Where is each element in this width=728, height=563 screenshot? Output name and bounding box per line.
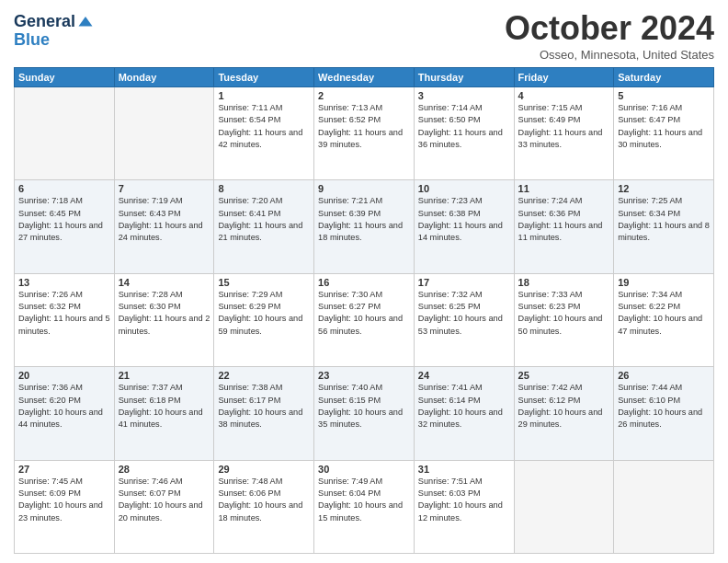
day-info: Sunrise: 7:38 AM Sunset: 6:17 PM Dayligh…: [218, 382, 310, 431]
calendar-cell: 21Sunrise: 7:37 AM Sunset: 6:18 PM Dayli…: [114, 367, 214, 460]
calendar-cell: 12Sunrise: 7:25 AM Sunset: 6:34 PM Dayli…: [614, 180, 714, 273]
page: General Blue October 2024 Osseo, Minneso…: [0, 0, 728, 563]
logo-text-general: General: [14, 13, 75, 31]
calendar-cell: 5Sunrise: 7:16 AM Sunset: 6:47 PM Daylig…: [614, 87, 714, 180]
day-number: 7: [119, 183, 210, 194]
day-number: 19: [618, 277, 710, 288]
day-info: Sunrise: 7:24 AM Sunset: 6:36 PM Dayligh…: [518, 195, 610, 244]
calendar-week-1: 1Sunrise: 7:11 AM Sunset: 6:54 PM Daylig…: [15, 87, 714, 180]
day-number: 5: [618, 90, 710, 101]
calendar-cell: [114, 87, 214, 180]
day-info: Sunrise: 7:45 AM Sunset: 6:09 PM Dayligh…: [18, 476, 110, 524]
calendar-cell: 19Sunrise: 7:34 AM Sunset: 6:22 PM Dayli…: [614, 273, 714, 366]
day-number: 20: [18, 370, 110, 381]
calendar-cell: 23Sunrise: 7:40 AM Sunset: 6:15 PM Dayli…: [314, 367, 415, 460]
day-info: Sunrise: 7:34 AM Sunset: 6:22 PM Dayligh…: [618, 289, 710, 338]
calendar-cell: [614, 460, 714, 553]
day-number: 10: [418, 183, 510, 194]
weekday-header-thursday: Thursday: [414, 68, 514, 87]
day-number: 6: [18, 183, 110, 194]
day-info: Sunrise: 7:18 AM Sunset: 6:45 PM Dayligh…: [18, 195, 110, 244]
day-number: 1: [218, 90, 310, 101]
svg-marker-0: [79, 17, 93, 27]
day-number: 27: [18, 464, 110, 475]
day-number: 16: [318, 277, 410, 288]
calendar-cell: 27Sunrise: 7:45 AM Sunset: 6:09 PM Dayli…: [15, 460, 115, 553]
calendar-cell: 2Sunrise: 7:13 AM Sunset: 6:52 PM Daylig…: [314, 87, 415, 180]
day-info: Sunrise: 7:14 AM Sunset: 6:50 PM Dayligh…: [418, 102, 510, 151]
month-title: October 2024: [505, 9, 714, 48]
day-number: 11: [518, 183, 610, 194]
day-info: Sunrise: 7:19 AM Sunset: 6:43 PM Dayligh…: [119, 195, 210, 244]
day-number: 24: [418, 370, 510, 381]
calendar-cell: 6Sunrise: 7:18 AM Sunset: 6:45 PM Daylig…: [15, 180, 115, 273]
day-info: Sunrise: 7:26 AM Sunset: 6:32 PM Dayligh…: [18, 289, 110, 338]
day-info: Sunrise: 7:21 AM Sunset: 6:39 PM Dayligh…: [318, 195, 410, 244]
day-number: 18: [518, 277, 610, 288]
day-number: 17: [418, 277, 510, 288]
calendar-cell: 1Sunrise: 7:11 AM Sunset: 6:54 PM Daylig…: [214, 87, 314, 180]
calendar-cell: 3Sunrise: 7:14 AM Sunset: 6:50 PM Daylig…: [414, 87, 514, 180]
day-info: Sunrise: 7:36 AM Sunset: 6:20 PM Dayligh…: [18, 382, 110, 431]
day-number: 30: [318, 464, 410, 475]
weekday-header-saturday: Saturday: [614, 68, 714, 87]
day-number: 8: [218, 183, 310, 194]
day-number: 4: [518, 90, 610, 101]
day-number: 15: [218, 277, 310, 288]
calendar-cell: 8Sunrise: 7:20 AM Sunset: 6:41 PM Daylig…: [214, 180, 314, 273]
calendar-cell: 29Sunrise: 7:48 AM Sunset: 6:06 PM Dayli…: [214, 460, 314, 553]
calendar-cell: 18Sunrise: 7:33 AM Sunset: 6:23 PM Dayli…: [514, 273, 614, 366]
day-number: 31: [418, 464, 510, 475]
day-info: Sunrise: 7:51 AM Sunset: 6:03 PM Dayligh…: [418, 476, 510, 524]
day-number: 9: [318, 183, 410, 194]
day-number: 22: [218, 370, 310, 381]
day-info: Sunrise: 7:40 AM Sunset: 6:15 PM Dayligh…: [318, 382, 410, 431]
day-number: 14: [119, 277, 210, 288]
calendar-cell: [514, 460, 614, 553]
logo-icon: [77, 14, 94, 30]
logo: General Blue: [14, 13, 94, 50]
calendar-cell: 25Sunrise: 7:42 AM Sunset: 6:12 PM Dayli…: [514, 367, 614, 460]
calendar-week-3: 13Sunrise: 7:26 AM Sunset: 6:32 PM Dayli…: [15, 273, 714, 366]
day-info: Sunrise: 7:48 AM Sunset: 6:06 PM Dayligh…: [218, 476, 310, 524]
logo-text-blue: Blue: [14, 31, 50, 50]
day-info: Sunrise: 7:28 AM Sunset: 6:30 PM Dayligh…: [119, 289, 210, 338]
day-info: Sunrise: 7:33 AM Sunset: 6:23 PM Dayligh…: [518, 289, 610, 338]
day-info: Sunrise: 7:16 AM Sunset: 6:47 PM Dayligh…: [618, 102, 710, 151]
day-info: Sunrise: 7:41 AM Sunset: 6:14 PM Dayligh…: [418, 382, 510, 431]
day-info: Sunrise: 7:13 AM Sunset: 6:52 PM Dayligh…: [318, 102, 410, 151]
day-number: 13: [18, 277, 110, 288]
title-block: October 2024 Osseo, Minnesota, United St…: [505, 9, 714, 62]
calendar-cell: 30Sunrise: 7:49 AM Sunset: 6:04 PM Dayli…: [314, 460, 415, 553]
calendar-table: SundayMondayTuesdayWednesdayThursdayFrid…: [14, 67, 714, 554]
day-number: 2: [318, 90, 410, 101]
day-number: 28: [119, 464, 210, 475]
day-info: Sunrise: 7:37 AM Sunset: 6:18 PM Dayligh…: [119, 382, 210, 431]
calendar-cell: 11Sunrise: 7:24 AM Sunset: 6:36 PM Dayli…: [514, 180, 614, 273]
calendar-cell: 14Sunrise: 7:28 AM Sunset: 6:30 PM Dayli…: [114, 273, 214, 366]
day-number: 29: [218, 464, 310, 475]
weekday-header-sunday: Sunday: [15, 68, 115, 87]
day-info: Sunrise: 7:11 AM Sunset: 6:54 PM Dayligh…: [218, 102, 310, 151]
day-number: 26: [618, 370, 710, 381]
calendar-cell: 13Sunrise: 7:26 AM Sunset: 6:32 PM Dayli…: [15, 273, 115, 366]
location: Osseo, Minnesota, United States: [505, 48, 714, 62]
calendar-cell: 9Sunrise: 7:21 AM Sunset: 6:39 PM Daylig…: [314, 180, 415, 273]
day-info: Sunrise: 7:25 AM Sunset: 6:34 PM Dayligh…: [618, 195, 710, 244]
day-info: Sunrise: 7:49 AM Sunset: 6:04 PM Dayligh…: [318, 476, 410, 524]
day-info: Sunrise: 7:32 AM Sunset: 6:25 PM Dayligh…: [418, 289, 510, 338]
weekday-header-friday: Friday: [514, 68, 614, 87]
day-number: 21: [119, 370, 210, 381]
day-info: Sunrise: 7:15 AM Sunset: 6:49 PM Dayligh…: [518, 102, 610, 151]
calendar-week-2: 6Sunrise: 7:18 AM Sunset: 6:45 PM Daylig…: [15, 180, 714, 273]
calendar-cell: 10Sunrise: 7:23 AM Sunset: 6:38 PM Dayli…: [414, 180, 514, 273]
day-info: Sunrise: 7:29 AM Sunset: 6:29 PM Dayligh…: [218, 289, 310, 338]
calendar-cell: 7Sunrise: 7:19 AM Sunset: 6:43 PM Daylig…: [114, 180, 214, 273]
calendar-cell: 28Sunrise: 7:46 AM Sunset: 6:07 PM Dayli…: [114, 460, 214, 553]
day-info: Sunrise: 7:44 AM Sunset: 6:10 PM Dayligh…: [618, 382, 710, 431]
day-info: Sunrise: 7:23 AM Sunset: 6:38 PM Dayligh…: [418, 195, 510, 244]
weekday-header-tuesday: Tuesday: [214, 68, 314, 87]
calendar-cell: 24Sunrise: 7:41 AM Sunset: 6:14 PM Dayli…: [414, 367, 514, 460]
calendar-week-5: 27Sunrise: 7:45 AM Sunset: 6:09 PM Dayli…: [15, 460, 714, 553]
calendar-cell: 17Sunrise: 7:32 AM Sunset: 6:25 PM Dayli…: [414, 273, 514, 366]
